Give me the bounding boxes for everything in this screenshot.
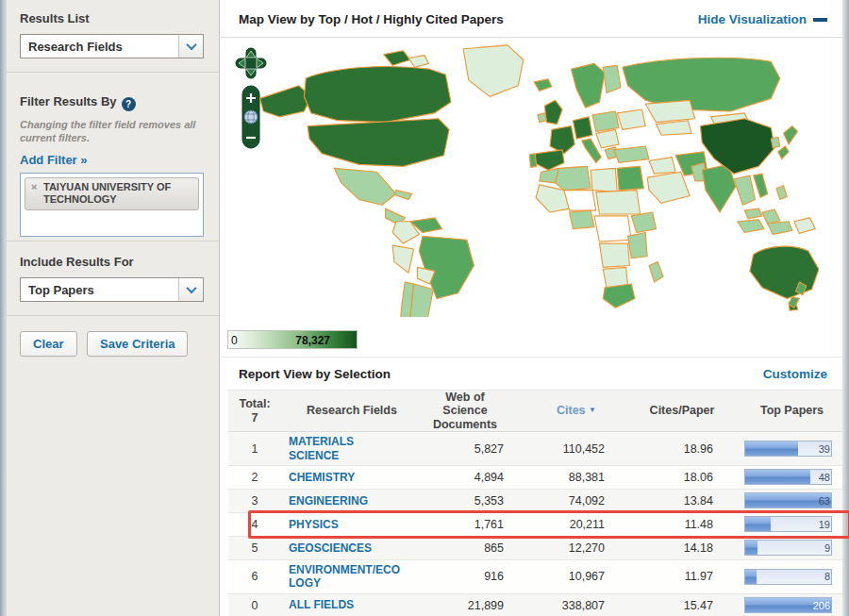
row-rank: 4 — [228, 518, 281, 531]
column-research-fields: Research Fields — [281, 404, 423, 417]
country-poland — [592, 111, 619, 131]
top-papers-bar: 9 — [744, 540, 832, 556]
legend-min-value: 0 — [231, 334, 238, 347]
cell-cites-per-paper: 13.84 — [647, 494, 741, 508]
results-list-heading: Results List — [20, 11, 204, 25]
app-window: { "sidebar": { "results_list": { "label"… — [0, 0, 849, 616]
field-link[interactable]: ENGINEERING — [289, 494, 368, 508]
report-table: Total: 7 Research Fields Web of Science … — [221, 390, 842, 616]
country-spain — [534, 150, 564, 170]
cell-documents: 865 — [423, 541, 545, 555]
field-link[interactable]: CHEMISTRY — [289, 471, 355, 484]
top-papers-value: 9 — [824, 542, 830, 554]
filter-box: × TAIYUAN UNIVERSITY OF TECHNOLOGY — [20, 173, 204, 237]
country-scandinavia — [572, 63, 606, 108]
cell-documents: 21,899 — [423, 599, 545, 612]
country-iceland — [534, 79, 552, 92]
cell-cites: 88,381 — [545, 471, 647, 484]
cell-cites: 74,092 — [545, 494, 647, 508]
sort-desc-icon: ▼ — [589, 406, 596, 414]
country-turkey — [614, 146, 650, 163]
cell-cites-per-paper: 18.96 — [647, 442, 741, 456]
country-madagascar — [649, 262, 663, 282]
country-ethiopia — [631, 212, 656, 232]
country-china — [700, 119, 774, 174]
row-rank: 6 — [228, 570, 281, 583]
include-results-section: Include Results For Top Papers — [7, 241, 219, 316]
cell-cites: 20,211 — [545, 518, 647, 531]
include-results-dropdown[interactable]: Top Papers — [20, 277, 204, 302]
top-papers-bar: 8 — [744, 569, 832, 585]
field-link[interactable]: ENVIRONMENT/ECOLOGY — [289, 563, 400, 591]
table-row-all-fields: 0 ALL FIELDS 21,899 338,807 15.47 206 — [228, 594, 842, 616]
country-uk — [544, 100, 562, 124]
row-rank: 1 — [228, 442, 281, 456]
cell-cites: 110,452 — [545, 442, 647, 456]
clear-button[interactable]: Clear — [20, 331, 77, 357]
top-papers-value: 19 — [819, 519, 830, 530]
filter-note: Changing the filter field removes all cu… — [20, 118, 204, 145]
country-japan — [784, 126, 798, 144]
table-row: 6 ENVIRONMENT/ECOLOGY 916 10,967 11.97 8 — [228, 560, 842, 594]
country-arctic-islands-2 — [408, 56, 429, 68]
filter-section: Filter Results By? Changing the filter f… — [7, 73, 219, 241]
sidebar: Results List Research Fields Filter Resu… — [7, 0, 220, 616]
filter-heading: Filter Results By? — [20, 94, 204, 111]
country-central-africa — [594, 216, 631, 241]
map-legend: 0 78,327 — [227, 330, 358, 349]
map-title: Map View by Top / Hot / Highly Cited Pap… — [239, 12, 504, 26]
country-angola-zambia — [600, 243, 630, 267]
cell-cites-per-paper: 18.06 — [647, 471, 741, 484]
hide-visualization-link[interactable]: Hide Visualization — [698, 12, 807, 26]
field-link[interactable]: MATERIALS SCIENCE — [289, 435, 400, 462]
table-row: 1 MATERIALS SCIENCE 5,827 110,452 18.96 … — [228, 432, 842, 466]
country-finland — [603, 65, 621, 92]
country-usa — [308, 119, 449, 167]
top-papers-value: 48 — [819, 472, 830, 483]
country-new-guinea — [794, 218, 816, 234]
row-rank: 0 — [228, 599, 281, 612]
legend-max-value: 78,327 — [295, 334, 330, 347]
country-balkans — [596, 129, 619, 147]
include-results-value: Top Papers — [21, 278, 178, 301]
include-results-heading: Include Results For — [20, 255, 204, 269]
results-list-value: Research Fields — [21, 35, 178, 58]
chevron-down-icon — [186, 40, 196, 50]
country-ireland — [538, 113, 546, 123]
map-visualization — [221, 38, 842, 321]
results-list-dropdown[interactable]: Research Fields — [20, 34, 204, 58]
country-japan-south — [778, 146, 789, 159]
save-criteria-button[interactable]: Save Criteria — [87, 331, 189, 357]
country-arctic-islands — [384, 51, 410, 66]
chevron-down-icon — [186, 283, 196, 293]
dropdown-button[interactable] — [178, 278, 203, 301]
column-documents: Web of Science Documents — [423, 391, 545, 431]
cell-cites: 10,967 — [545, 570, 647, 583]
country-portugal — [529, 154, 537, 168]
country-russia — [623, 58, 780, 111]
window-edge — [0, 0, 7, 616]
customize-link[interactable]: Customize — [763, 367, 827, 381]
collapse-icon — [813, 18, 827, 22]
world-map[interactable] — [253, 42, 819, 317]
cell-cites-per-paper: 15.47 — [647, 599, 741, 612]
vertical-scrollbar[interactable] — [842, 0, 849, 616]
row-rank: 3 — [228, 494, 281, 508]
add-filter-link[interactable]: Add Filter » — [20, 153, 88, 167]
filter-tag-label: TAIYUAN UNIVERSITY OF TECHNOLOGY — [43, 181, 171, 206]
help-icon[interactable]: ? — [122, 97, 136, 111]
row-rank: 2 — [228, 471, 281, 484]
dropdown-button[interactable] — [178, 35, 203, 58]
results-list-section: Results List Research Fields — [7, 0, 219, 73]
country-philippines — [776, 186, 787, 200]
field-link[interactable]: ALL FIELDS — [289, 598, 354, 611]
cell-cites-per-paper: 11.48 — [647, 518, 741, 531]
column-cites-sort[interactable]: Cites ▼ — [545, 404, 647, 417]
remove-filter-icon[interactable]: × — [31, 181, 37, 194]
cell-cites-per-paper: 11.97 — [647, 570, 741, 583]
field-link[interactable]: PHYSICS — [289, 518, 339, 531]
field-link[interactable]: GEOSCIENCES — [289, 541, 372, 555]
country-cuba — [394, 191, 412, 200]
country-east-africa — [628, 232, 648, 258]
top-papers-bar: 48 — [744, 469, 832, 485]
